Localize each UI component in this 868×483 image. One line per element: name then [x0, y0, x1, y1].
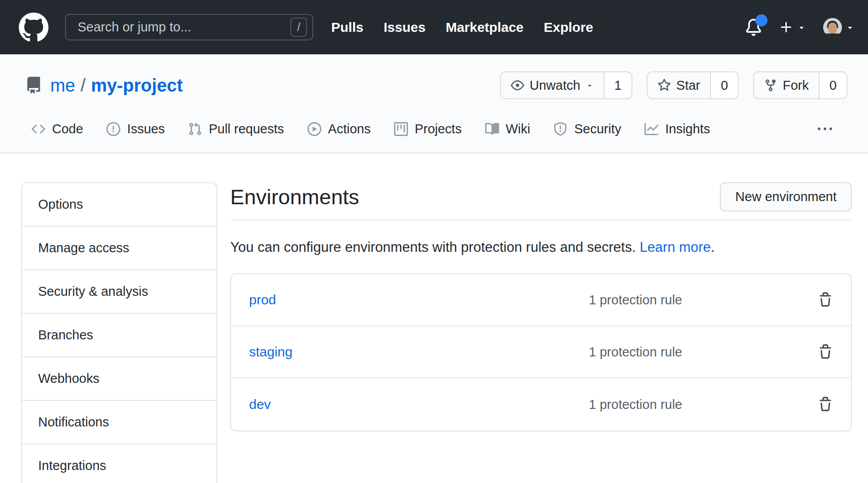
header-divider	[230, 220, 852, 220]
sidebar-item-options[interactable]: Options	[22, 183, 216, 227]
tab-code[interactable]: Code	[23, 112, 91, 146]
tab-wiki[interactable]: Wiki	[477, 112, 539, 146]
trash-icon	[818, 292, 833, 307]
unwatch-button[interactable]: Unwatch	[500, 71, 604, 99]
kebab-horizontal-icon	[818, 122, 832, 136]
search-box: /	[65, 14, 313, 40]
eye-icon	[511, 79, 524, 92]
plus-icon	[779, 20, 793, 35]
environments-header: Environments New environment	[230, 182, 852, 211]
slash-shortcut-hint: /	[290, 18, 307, 37]
description-text: You can configure environments with prot…	[230, 239, 640, 255]
environment-row: staging 1 protection rule	[231, 326, 851, 378]
tab-actions[interactable]: Actions	[299, 112, 379, 146]
watch-button-group: Unwatch 1	[500, 71, 632, 99]
tab-projects[interactable]: Projects	[386, 112, 470, 146]
sidebar-item-security-analysis[interactable]: Security & analysis	[22, 270, 216, 314]
settings-sidebar: Options Manage access Security & analysi…	[21, 182, 217, 483]
fork-button-group: Fork 0	[753, 71, 847, 99]
repo-header: me / my-project Unwatch 1 Star	[0, 54, 868, 154]
delete-environment-button[interactable]	[818, 397, 833, 412]
tab-label: Pull requests	[209, 122, 284, 136]
header-right	[745, 18, 855, 37]
sidebar-item-integrations[interactable]: Integrations	[22, 444, 216, 483]
avatar	[823, 18, 842, 37]
star-label: Star	[676, 78, 700, 93]
stargazers-count[interactable]: 0	[710, 71, 739, 99]
code-icon	[31, 122, 45, 136]
trash-icon	[818, 397, 833, 412]
play-icon	[307, 122, 321, 136]
unwatch-label: Unwatch	[530, 78, 580, 93]
graph-icon	[644, 122, 658, 136]
star-button-group: Star 0	[647, 71, 739, 99]
fork-label: Fork	[783, 78, 809, 93]
new-environment-button[interactable]: New environment	[720, 182, 852, 211]
environment-link-staging[interactable]: staging	[249, 344, 293, 360]
create-new-button[interactable]	[779, 20, 806, 35]
environment-row: dev 1 protection rule	[231, 378, 851, 430]
breadcrumb-separator: /	[81, 75, 86, 96]
star-button[interactable]: Star	[647, 71, 710, 99]
tab-label: Actions	[328, 122, 371, 136]
description-period: .	[711, 239, 715, 255]
star-icon	[658, 79, 671, 92]
tab-label: Code	[52, 122, 83, 136]
tab-label: Wiki	[506, 122, 530, 136]
environment-link-dev[interactable]: dev	[249, 397, 271, 412]
nav-issues[interactable]: Issues	[384, 20, 425, 35]
tab-label: Security	[574, 122, 621, 136]
fork-icon	[764, 79, 777, 92]
nav-pulls[interactable]: Pulls	[331, 20, 364, 35]
github-logo-icon[interactable]	[19, 13, 48, 42]
protection-rule-count: 1 protection rule	[589, 397, 682, 412]
repo-tabs: Code Issues Pull requests Actions Projec…	[0, 112, 868, 146]
search-input[interactable]	[77, 19, 290, 35]
sidebar-item-notifications[interactable]: Notifications	[22, 401, 216, 444]
settings-page: Options Manage access Security & analysi…	[0, 154, 868, 483]
notifications-button[interactable]	[745, 19, 762, 36]
nav-explore[interactable]: Explore	[544, 20, 593, 35]
protection-rule-count: 1 protection rule	[589, 345, 682, 360]
environments-panel: Environments New environment You can con…	[230, 182, 852, 431]
protection-rule-count: 1 protection rule	[589, 293, 682, 307]
sidebar-item-webhooks[interactable]: Webhooks	[22, 357, 216, 401]
page-title: Environments	[230, 183, 359, 211]
sidebar-item-manage-access[interactable]: Manage access	[22, 227, 216, 270]
environment-row: prod 1 protection rule	[231, 274, 851, 326]
book-icon	[485, 122, 499, 136]
repo-icon	[25, 77, 42, 94]
delete-environment-button[interactable]	[818, 344, 833, 360]
user-menu-button[interactable]	[823, 18, 855, 37]
environments-list: prod 1 protection rule staging 1 protect…	[230, 273, 852, 431]
watchers-count[interactable]: 1	[604, 71, 632, 99]
trash-icon	[818, 344, 833, 360]
repo-actions: Unwatch 1 Star 0 Fork 0	[500, 71, 847, 99]
triangle-down-icon	[586, 81, 594, 89]
sidebar-item-branches[interactable]: Branches	[22, 314, 216, 357]
more-tabs-button[interactable]	[818, 122, 832, 136]
global-header: / Pulls Issues Marketplace Explore	[0, 0, 868, 54]
fork-button[interactable]: Fork	[753, 71, 819, 99]
unread-notification-dot	[755, 14, 767, 26]
learn-more-link[interactable]: Learn more	[640, 239, 711, 255]
repo-owner-link[interactable]: me	[50, 75, 75, 96]
tab-label: Projects	[415, 122, 462, 136]
nav-marketplace[interactable]: Marketplace	[446, 20, 523, 35]
delete-environment-button[interactable]	[818, 292, 833, 307]
environment-link-prod[interactable]: prod	[249, 292, 276, 307]
tab-issues[interactable]: Issues	[98, 112, 173, 146]
repo-name-link[interactable]: my-project	[91, 75, 183, 96]
tab-security[interactable]: Security	[545, 112, 629, 146]
chevron-down-icon	[846, 23, 855, 32]
global-nav: Pulls Issues Marketplace Explore	[331, 20, 593, 35]
environments-description: You can configure environments with prot…	[230, 239, 852, 255]
tab-pull-requests[interactable]: Pull requests	[180, 112, 292, 146]
repo-title-row: me / my-project Unwatch 1 Star	[0, 71, 868, 99]
tab-insights[interactable]: Insights	[636, 112, 718, 146]
forks-count[interactable]: 0	[819, 71, 847, 99]
tab-label: Insights	[665, 122, 710, 136]
shield-icon	[553, 122, 567, 136]
breadcrumb: me / my-project	[50, 75, 183, 96]
chevron-down-icon	[797, 23, 806, 32]
